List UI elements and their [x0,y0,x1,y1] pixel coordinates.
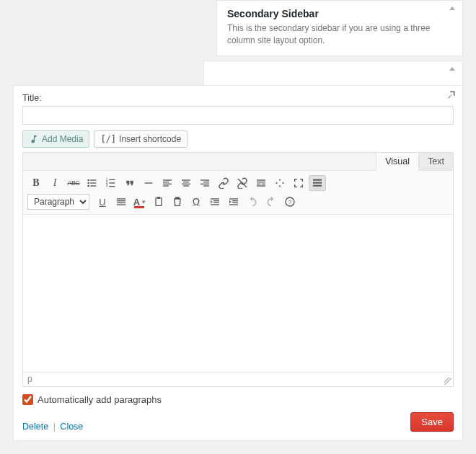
collapse-toggle-icon[interactable] [449,6,455,10]
svg-text:3: 3 [106,184,108,187]
kitchen-sink-button[interactable] [309,175,326,191]
widget-collapsed-panel [203,61,463,86]
svg-rect-12 [145,182,153,183]
paste-text-button[interactable] [150,194,167,210]
underline-button[interactable]: U [94,194,111,210]
fullscreen-button[interactable] [290,175,307,191]
link-button[interactable] [215,175,232,191]
strikethrough-button[interactable]: ABC [65,175,82,191]
auto-paragraphs-label: Automatically add paragraphs [38,394,162,405]
widget-footer: Delete | Close Save [22,412,454,432]
svg-rect-23 [200,184,209,184]
svg-rect-34 [117,198,125,199]
media-button-row: Add Media [/] Insert shortcode [22,130,454,148]
numbered-list-button[interactable]: 123 [102,175,120,191]
insert-shortcode-label: Insert shortcode [119,134,181,144]
svg-rect-5 [90,185,96,186]
svg-rect-31 [313,179,322,181]
title-input[interactable] [22,106,454,125]
svg-rect-46 [232,202,238,203]
footer-links: Delete | Close [22,422,83,432]
distraction-free-button[interactable] [271,175,288,191]
blockquote-button[interactable] [121,175,138,191]
svg-rect-47 [229,204,238,205]
svg-rect-40 [211,198,219,199]
bullet-list-button[interactable] [84,175,101,191]
sidebar-panel-title: Secondary Sidebar [227,8,452,19]
bold-button[interactable]: B [27,175,45,191]
close-link[interactable]: Close [60,422,83,432]
widget-handle-icon[interactable] [445,89,457,102]
svg-point-4 [87,185,89,187]
svg-rect-43 [211,204,219,205]
svg-rect-21 [200,179,209,180]
save-button[interactable]: Save [410,412,454,432]
svg-text:?: ? [288,199,291,205]
widget-editor-panel: Title: Add Media [/] Insert shortcode Vi… [13,85,463,441]
title-label: Title: [22,93,454,103]
svg-rect-18 [183,182,189,182]
svg-rect-26 [257,179,265,180]
toolbar-row-2: Paragraph U A▼ Ω ? [27,192,449,211]
svg-rect-36 [117,202,125,203]
svg-rect-19 [182,184,190,184]
insert-shortcode-button[interactable]: [/] Insert shortcode [94,130,188,148]
special-char-button[interactable]: Ω [188,194,205,210]
svg-rect-9 [109,182,115,183]
svg-rect-27 [257,182,265,182]
svg-rect-29 [262,184,265,184]
auto-paragraphs-row[interactable]: Automatically add paragraphs [22,394,454,405]
auto-paragraphs-checkbox[interactable] [22,394,33,405]
svg-rect-45 [232,200,238,201]
horizontal-rule-button[interactable] [140,175,157,191]
tab-text[interactable]: Text [418,153,453,170]
insert-more-button[interactable] [252,175,270,191]
svg-rect-39 [157,197,160,199]
svg-rect-16 [163,185,169,186]
svg-point-2 [87,182,89,184]
svg-rect-28 [257,184,260,184]
svg-rect-38 [156,198,162,206]
svg-rect-11 [109,186,115,187]
svg-point-0 [87,179,89,182]
svg-rect-7 [109,179,115,180]
format-select[interactable]: Paragraph [27,194,89,210]
add-media-button[interactable]: Add Media [22,130,89,148]
svg-rect-32 [313,182,322,184]
italic-button[interactable]: I [46,175,63,191]
svg-rect-13 [163,179,172,180]
clear-formatting-button[interactable] [169,194,186,210]
svg-rect-41 [213,200,219,201]
redo-button[interactable] [263,194,280,210]
svg-rect-14 [163,182,169,182]
tab-visual[interactable]: Visual [376,153,418,171]
secondary-sidebar-panel: Secondary Sidebar This is the secondary … [216,0,463,56]
resize-handle[interactable] [444,378,451,385]
wysiwyg-editor: Visual Text B I ABC 123 [22,152,454,387]
sidebar-panel-description: This is the secondary sidebar if you are… [227,22,452,47]
editor-content-area[interactable] [23,215,453,372]
svg-rect-22 [203,182,209,182]
delete-link[interactable]: Delete [22,422,48,432]
align-center-button[interactable] [177,175,195,191]
svg-rect-24 [203,185,209,186]
unlink-button[interactable] [234,175,251,191]
editor-tabs: Visual Text [23,153,453,171]
shortcode-icon: [/] [100,134,116,144]
indent-button[interactable] [225,194,242,210]
text-color-button[interactable]: A▼ [131,194,149,210]
align-right-button[interactable] [196,175,213,191]
help-button[interactable]: ? [281,194,299,210]
align-left-button[interactable] [159,175,176,191]
svg-rect-3 [90,182,96,183]
align-justify-button[interactable] [113,194,130,210]
music-note-icon [29,134,39,144]
svg-rect-17 [182,179,190,180]
svg-rect-35 [117,200,125,201]
collapse-toggle-icon[interactable] [449,67,455,71]
outdent-button[interactable] [206,194,224,210]
svg-rect-37 [117,204,125,205]
undo-button[interactable] [244,194,261,210]
element-path: p [27,374,32,384]
svg-rect-44 [229,198,238,199]
